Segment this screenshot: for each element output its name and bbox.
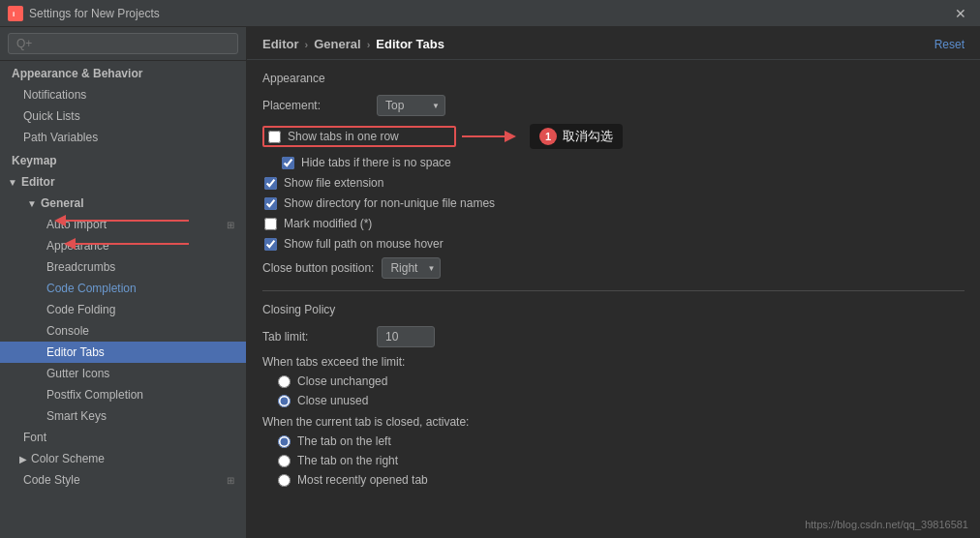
show-full-path-checkbox[interactable]	[264, 238, 277, 251]
app-icon: i	[8, 6, 23, 21]
main-container: Appearance & Behavior Notifications Quic…	[0, 27, 980, 538]
code-style-label: Code Style	[23, 473, 80, 487]
tab-limit-label: Tab limit:	[262, 330, 369, 344]
sidebar-item-auto-import[interactable]: Auto Import ⊞	[0, 214, 246, 235]
tab-left-radio[interactable]	[278, 435, 291, 448]
show-one-row-row: Show tabs in one row 1 取消勾选	[262, 124, 965, 149]
sidebar-item-appearance[interactable]: Appearance	[0, 235, 246, 256]
window-title: Settings for New Projects	[29, 7, 943, 20]
mark-modified-label: Mark modified (*)	[284, 217, 372, 230]
sidebar-item-path-variables[interactable]: Path Variables	[0, 127, 246, 148]
auto-import-label: Auto Import	[46, 218, 107, 231]
tab-right-row: The tab on the right	[262, 454, 965, 467]
exceed-limit-section: When tabs exceed the limit: Close unchan…	[262, 355, 965, 407]
placement-select-wrapper: Top Bottom Left Right None	[377, 95, 445, 116]
breadcrumb-sep1: ›	[305, 39, 309, 50]
close-unchanged-radio[interactable]	[278, 375, 291, 388]
annotation-bubble: 1 取消勾选	[530, 124, 623, 149]
sidebar-item-quick-lists[interactable]: Quick Lists	[0, 105, 246, 127]
sidebar-item-console[interactable]: Console	[0, 320, 246, 342]
mark-modified-row: Mark modified (*)	[262, 217, 965, 230]
editor-expand-arrow: ▼	[8, 177, 17, 188]
exceed-limit-label: When tabs exceed the limit:	[262, 355, 965, 369]
annotation-text: 取消勾选	[563, 128, 613, 145]
activate-section: When the current tab is closed, activate…	[262, 415, 965, 487]
show-extension-row: Show file extension	[262, 176, 965, 190]
close-button-row: Close button position: Right Left None	[262, 257, 965, 279]
annotation-number: 1	[539, 128, 557, 145]
sidebar-section-keymap: Keymap	[0, 148, 246, 171]
closing-policy-label: Closing Policy	[262, 303, 965, 316]
sidebar-item-gutter-icons[interactable]: Gutter Icons	[0, 363, 246, 384]
breadcrumb: Editor › General › Editor Tabs	[262, 37, 444, 51]
tab-limit-input[interactable]	[377, 326, 435, 347]
sidebar-subgroup-general[interactable]: ▼ General	[0, 193, 246, 214]
svg-text:i: i	[13, 10, 15, 18]
show-directory-row: Show directory for non-unique file names	[262, 196, 965, 210]
breadcrumb-editor: Editor	[262, 37, 299, 51]
sidebar-search-area	[0, 27, 246, 61]
close-button-select-wrapper: Right Left None	[382, 257, 441, 279]
placement-row: Placement: Top Bottom Left Right None	[262, 95, 965, 116]
content-header: Editor › General › Editor Tabs Reset	[247, 27, 980, 60]
sidebar-item-breadcrumbs[interactable]: Breadcrumbs	[0, 256, 246, 278]
reset-button[interactable]: Reset	[934, 38, 965, 51]
sidebar-item-editor-tabs[interactable]: Editor Tabs	[0, 342, 246, 363]
breadcrumb-editor-tabs: Editor Tabs	[376, 37, 444, 51]
show-one-row-checkbox-row: Show tabs in one row	[262, 126, 456, 147]
sidebar-item-notifications[interactable]: Notifications	[0, 84, 246, 105]
sidebar-group-editor[interactable]: ▼ Editor	[0, 171, 246, 193]
sidebar-group-color-scheme[interactable]: ▶ Color Scheme	[0, 448, 246, 469]
show-directory-checkbox[interactable]	[264, 197, 277, 210]
sidebar-item-postfix-completion[interactable]: Postfix Completion	[0, 384, 246, 405]
code-style-icon: ⊞	[227, 475, 234, 486]
sidebar: Appearance & Behavior Notifications Quic…	[0, 27, 247, 538]
show-extension-label: Show file extension	[284, 176, 383, 190]
sidebar-item-font[interactable]: Font	[0, 427, 246, 448]
annotation-arrow	[462, 125, 520, 148]
hide-no-space-label: Hide tabs if there is no space	[301, 156, 451, 169]
show-extension-checkbox[interactable]	[264, 177, 277, 190]
watermark: https://blog.csdn.net/qq_39816581	[805, 519, 968, 530]
close-unchanged-label: Close unchanged	[297, 374, 387, 388]
most-recent-radio[interactable]	[278, 474, 291, 487]
sidebar-item-code-folding[interactable]: Code Folding	[0, 299, 246, 320]
content-body: Appearance Placement: Top Bottom Left Ri…	[247, 60, 980, 504]
sidebar-item-smart-keys[interactable]: Smart Keys	[0, 405, 246, 427]
tab-left-row: The tab on the left	[262, 434, 965, 448]
auto-import-icon: ⊞	[227, 220, 234, 230]
sidebar-subgroup-general-label: General	[41, 196, 84, 210]
mark-modified-checkbox[interactable]	[264, 218, 277, 230]
show-full-path-label: Show full path on mouse hover	[284, 237, 444, 251]
show-directory-label: Show directory for non-unique file names	[284, 196, 495, 210]
content-area: Editor › General › Editor Tabs Reset App…	[247, 27, 980, 538]
sidebar-section-appearance-behavior: Appearance & Behavior	[0, 61, 246, 84]
general-expand-arrow: ▼	[27, 198, 37, 209]
section-divider	[262, 290, 965, 291]
sidebar-item-code-completion[interactable]: Code Completion	[0, 278, 246, 299]
breadcrumb-sep2: ›	[367, 39, 371, 50]
title-bar: i Settings for New Projects ✕	[0, 0, 980, 27]
breadcrumb-general: General	[314, 37, 360, 51]
sidebar-group-color-scheme-label: Color Scheme	[31, 452, 105, 465]
show-one-row-checkbox[interactable]	[268, 131, 281, 143]
tab-left-label: The tab on the left	[297, 434, 391, 448]
close-unchanged-row: Close unchanged	[262, 374, 965, 388]
show-one-row-label: Show tabs in one row	[288, 130, 399, 143]
close-button[interactable]: ✕	[949, 4, 972, 23]
placement-select[interactable]: Top Bottom Left Right None	[377, 95, 445, 116]
sidebar-item-code-style[interactable]: Code Style ⊞	[0, 469, 246, 491]
most-recent-label: Most recently opened tab	[297, 473, 428, 487]
tab-right-label: The tab on the right	[297, 454, 398, 467]
hide-no-space-row: Hide tabs if there is no space	[262, 156, 965, 169]
close-unused-row: Close unused	[262, 394, 965, 407]
hide-no-space-checkbox[interactable]	[282, 157, 294, 169]
activate-label: When the current tab is closed, activate…	[262, 415, 965, 429]
close-unused-label: Close unused	[297, 394, 368, 407]
close-button-select[interactable]: Right Left None	[382, 257, 441, 279]
close-button-label: Close button position:	[262, 261, 374, 275]
tab-right-radio[interactable]	[278, 455, 291, 467]
close-unused-radio[interactable]	[278, 395, 291, 407]
search-input[interactable]	[8, 33, 238, 54]
most-recent-row: Most recently opened tab	[262, 473, 965, 487]
